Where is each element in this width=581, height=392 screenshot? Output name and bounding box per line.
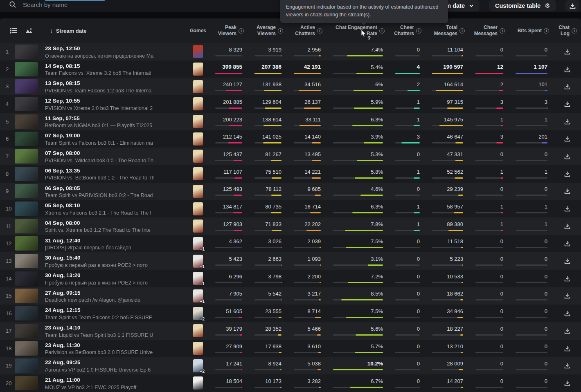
- customize-table-button[interactable]: Customize table ⚙: [489, 0, 556, 11]
- info-icon[interactable]: i: [572, 28, 577, 34]
- table-row[interactable]: 3 13 Sep, 08:15 PVISION vs Team Falcons …: [0, 78, 581, 95]
- game-cover[interactable]: +2: [193, 307, 203, 320]
- stream-thumbnail[interactable]: [15, 306, 38, 320]
- column-header-avg[interactable]: AverageViewers i: [248, 25, 287, 37]
- table-row[interactable]: 8 06 Sep, 13:35 PVISION vs. BetBoom bo3 …: [0, 165, 581, 183]
- table-row[interactable]: 11 04 Sep, 08:00 Spirit vs. Xtreme bo3 1…: [0, 217, 581, 235]
- info-icon[interactable]: i: [379, 28, 385, 34]
- info-icon[interactable]: i: [239, 28, 244, 34]
- chat-log-download-icon[interactable]: [564, 135, 571, 142]
- column-header-bits[interactable]: Bits Spent i: [509, 25, 553, 37]
- thumbnail-view-icon[interactable]: [25, 27, 33, 34]
- chat-log-download-icon[interactable]: [564, 292, 571, 299]
- table-row[interactable]: 5 11 Sep, 07:55 BetBoom vs NIGMA bo3 0:1…: [0, 113, 581, 130]
- table-row[interactable]: 13 30 Aug, 15:40 Пробую в первый раз в ж…: [0, 252, 581, 270]
- chat-log-download-icon[interactable]: [564, 83, 571, 90]
- column-header-stream-date[interactable]: Stream date: [56, 28, 86, 34]
- chat-log-download-icon[interactable]: [564, 66, 571, 73]
- table-row[interactable]: 2 14 Sep, 08:15 Team Falcons vs. Xtreme …: [0, 60, 581, 78]
- chat-log-download-icon[interactable]: [564, 153, 571, 160]
- chat-log-download-icon[interactable]: [564, 345, 571, 352]
- info-icon[interactable]: i: [459, 28, 465, 34]
- stream-thumbnail[interactable]: [15, 97, 38, 111]
- game-cover[interactable]: [193, 202, 203, 215]
- game-cover[interactable]: [193, 80, 203, 93]
- list-view-icon[interactable]: [10, 27, 17, 34]
- game-cover[interactable]: +1: [193, 289, 203, 302]
- game-cover[interactable]: [193, 324, 203, 337]
- stream-thumbnail[interactable]: [15, 184, 38, 198]
- stream-thumbnail[interactable]: [15, 114, 38, 129]
- search-input[interactable]: [23, 1, 195, 8]
- chat-log-download-icon[interactable]: [564, 240, 571, 247]
- chat-log-download-icon[interactable]: [564, 258, 571, 264]
- column-header-total_msg[interactable]: TotalMessages i: [426, 25, 469, 37]
- game-cover[interactable]: +1: [193, 237, 203, 250]
- chat-log-download-icon[interactable]: [564, 188, 571, 195]
- game-cover[interactable]: [193, 342, 203, 355]
- chat-log-download-icon[interactable]: [564, 48, 571, 55]
- stream-thumbnail[interactable]: [15, 167, 38, 181]
- stream-thumbnail[interactable]: [15, 289, 38, 303]
- column-header-cheer_ch[interactable]: CheerChatters i: [389, 25, 426, 37]
- chat-log-download-icon[interactable]: [564, 205, 571, 212]
- game-cover[interactable]: [193, 167, 203, 180]
- chat-log-download-icon[interactable]: [564, 310, 571, 317]
- game-cover[interactable]: +2: [193, 359, 203, 372]
- stream-thumbnail[interactable]: [15, 358, 38, 373]
- table-row[interactable]: 19 22 Aug, 09:25 Aurora vs VP bo2 1:0 FI…: [0, 357, 581, 374]
- stream-thumbnail[interactable]: [15, 62, 38, 76]
- info-icon[interactable]: i: [317, 28, 322, 34]
- game-cover[interactable]: [193, 132, 203, 146]
- chat-log-download-icon[interactable]: [564, 275, 571, 282]
- table-row[interactable]: 6 07 Sep, 19:00 Team Spirit vs Falcons b…: [0, 130, 581, 148]
- info-icon[interactable]: i: [416, 28, 421, 34]
- stream-thumbnail[interactable]: [15, 341, 38, 356]
- stream-thumbnail[interactable]: [15, 149, 38, 164]
- column-header-eng[interactable]: Chat EngagementRate i: [327, 25, 389, 37]
- chat-log-download-icon[interactable]: [564, 170, 571, 177]
- stream-thumbnail[interactable]: [15, 219, 38, 233]
- stream-thumbnail[interactable]: [15, 79, 38, 94]
- chat-log-download-icon[interactable]: [564, 327, 571, 334]
- table-row[interactable]: 12 31 Aug, 12:40 [DROPS] Играю впервые б…: [0, 235, 581, 253]
- table-row[interactable]: 4 12 Sep, 10:55 PVISION vs Xtreme 2:0 bo…: [0, 95, 581, 113]
- stream-thumbnail[interactable]: [15, 202, 38, 216]
- stream-thumbnail[interactable]: [15, 254, 38, 268]
- chat-log-download-icon[interactable]: [564, 223, 571, 230]
- game-cover[interactable]: [193, 185, 203, 198]
- stream-thumbnail[interactable]: [15, 45, 38, 59]
- info-icon[interactable]: i: [278, 28, 283, 34]
- game-cover[interactable]: +1: [193, 255, 203, 268]
- stream-thumbnail[interactable]: [15, 324, 38, 338]
- game-cover[interactable]: [193, 63, 203, 76]
- export-table-button[interactable]: [565, 0, 579, 11]
- chat-log-download-icon[interactable]: [564, 101, 571, 108]
- game-cover[interactable]: +1: [193, 272, 203, 285]
- table-row[interactable]: 17 23 Aug, 14:10 Team Liquid vs Team Spi…: [0, 322, 581, 340]
- stream-thumbnail[interactable]: [15, 271, 38, 286]
- column-header-active[interactable]: ActiveChatters i: [287, 25, 327, 37]
- column-header-games[interactable]: Games: [187, 28, 209, 34]
- game-cover[interactable]: [193, 376, 203, 390]
- chat-log-download-icon[interactable]: [564, 362, 571, 369]
- column-header-cheer_msg[interactable]: CheerMessages i: [469, 25, 509, 37]
- info-icon[interactable]: i: [544, 28, 549, 34]
- column-header-chat_log[interactable]: Chat Log i: [553, 25, 581, 37]
- stream-thumbnail[interactable]: [15, 376, 38, 390]
- table-row[interactable]: 15 27 Aug, 09:15 Deadlock new patch /w A…: [0, 287, 581, 305]
- game-cover[interactable]: [193, 45, 203, 58]
- stream-thumbnail[interactable]: [15, 132, 38, 146]
- table-row[interactable]: 14 30 Aug, 13:20 Пробую в первый раз в ж…: [0, 270, 581, 287]
- stream-thumbnail[interactable]: [15, 236, 38, 251]
- table-row[interactable]: 7 07 Sep, 08:00 PVISION vs. Wildcard bo3…: [0, 148, 581, 165]
- game-cover[interactable]: [193, 220, 203, 233]
- info-icon[interactable]: i: [500, 28, 505, 34]
- table-row[interactable]: 10 05 Sep, 08:10 Xtreme vs Falcons bo3 2…: [0, 200, 581, 217]
- game-cover[interactable]: [193, 150, 203, 163]
- table-row[interactable]: 1 28 Sep, 12:50 Отвечаю на вопросы, пото…: [0, 43, 581, 60]
- table-row[interactable]: 20 21 Aug, 11:00 MOUZ vs VP bo3 2:1 EWC …: [0, 374, 581, 392]
- table-row[interactable]: 9 06 Sep, 08:05 Team Spirit vs PARIVISIO…: [0, 183, 581, 200]
- chat-log-download-icon[interactable]: [564, 380, 571, 387]
- table-row[interactable]: 18 23 Aug, 11:30 Parivision vs BetBoom b…: [0, 340, 581, 357]
